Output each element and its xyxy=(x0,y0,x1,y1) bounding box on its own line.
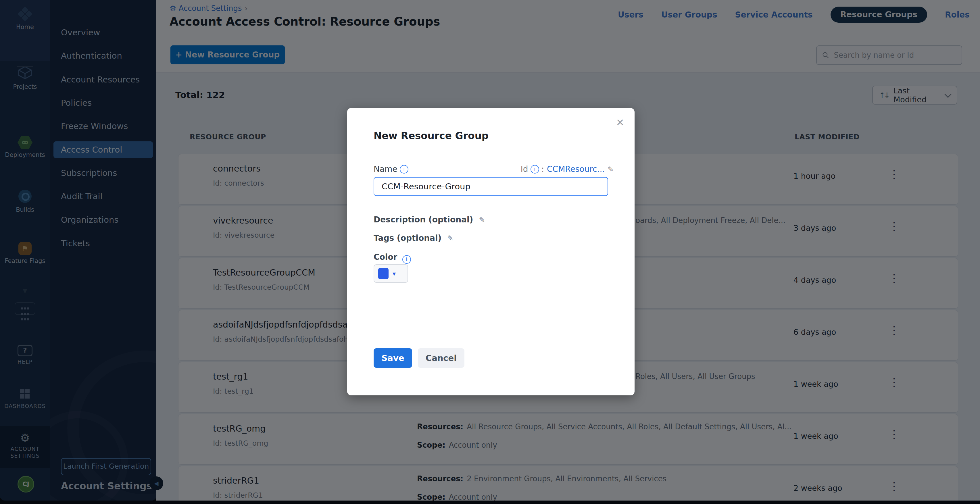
close-icon[interactable]: ✕ xyxy=(616,117,625,128)
info-icon[interactable]: i xyxy=(531,165,539,173)
color-picker[interactable]: ▾ xyxy=(374,264,408,283)
name-label: Name xyxy=(374,164,398,174)
cancel-button[interactable]: Cancel xyxy=(418,348,465,368)
name-id-row: Name i Id i : CCMResourc... ✎ xyxy=(374,164,614,174)
tags-label-text: Tags (optional) xyxy=(374,233,441,243)
edit-id-pencil-icon[interactable]: ✎ xyxy=(608,165,614,173)
new-resource-group-modal: ✕ New Resource Group Name i Id i : CCMRe… xyxy=(347,108,635,395)
name-input[interactable] xyxy=(374,177,608,196)
info-icon[interactable]: i xyxy=(400,165,408,173)
id-label: Id xyxy=(521,164,528,174)
color-label-text: Color xyxy=(374,252,397,262)
id-separator: : xyxy=(541,164,544,174)
info-icon[interactable]: i xyxy=(402,255,411,264)
edit-tags-pencil-icon[interactable]: ✎ xyxy=(447,234,453,243)
description-label-text: Description (optional) xyxy=(374,215,473,224)
modal-title: New Resource Group xyxy=(374,130,488,142)
save-button[interactable]: Save xyxy=(374,348,412,368)
description-label: Description (optional) ✎ xyxy=(374,215,485,224)
caret-down-icon: ▾ xyxy=(393,270,396,277)
tags-label: Tags (optional) ✎ xyxy=(374,233,453,243)
color-swatch xyxy=(378,268,388,279)
color-label: Color i xyxy=(374,252,413,264)
app-window: ⚙ Account Settings› Account Access Contr… xyxy=(0,0,980,504)
edit-description-pencil-icon[interactable]: ✎ xyxy=(479,216,485,224)
id-value-link[interactable]: CCMResourc... xyxy=(547,164,605,174)
